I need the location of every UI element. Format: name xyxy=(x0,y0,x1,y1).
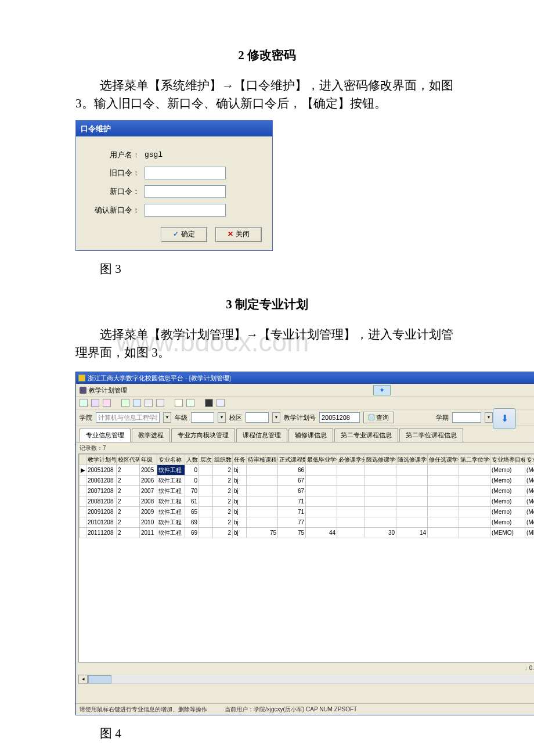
column-header[interactable]: 层次 xyxy=(199,454,213,465)
campus-label: 校区 xyxy=(229,413,242,423)
column-header[interactable]: 正式课程数 xyxy=(278,454,306,465)
table-cell: 2 xyxy=(117,527,140,538)
column-header[interactable]: 校区代码 xyxy=(117,454,140,465)
password-dialog: 口令维护 用户名： gsgl 旧口令： 新口令： 确认新口令： ✓确定 ✕关闭 xyxy=(75,120,273,251)
table-row[interactable]: 2006120822006软件工程02bj67(Memo)(Memo)(Memo… xyxy=(80,475,535,485)
table-cell xyxy=(459,506,490,517)
table-row[interactable]: 2010120822010软件工程692bj77(Memo)(Memo)(Mem… xyxy=(80,517,535,527)
section3-para: 选择菜单【教学计划管理】→【专业计划管理】，进入专业计划管理界面，如图 3。 xyxy=(75,326,459,362)
column-header[interactable]: 随选修课学分 xyxy=(396,454,428,465)
table-cell: 30 xyxy=(365,527,396,538)
menu-icon xyxy=(80,387,86,394)
table-cell xyxy=(365,506,396,517)
table-cell: 69 xyxy=(185,517,199,527)
table-row[interactable]: ▶2005120822005软件工程02bj66(Memo)(Memo)(Mem… xyxy=(80,465,535,475)
column-header[interactable]: 第二学位学分 xyxy=(459,454,490,465)
table-cell: 67 xyxy=(278,485,306,496)
toolbar-icon[interactable] xyxy=(133,399,141,407)
table-cell: (MEMO) xyxy=(525,527,535,538)
toolbar-icon[interactable] xyxy=(186,399,194,407)
term-label: 学期 xyxy=(436,413,449,423)
hscrollbar[interactable]: ◂ ▸ xyxy=(78,675,534,684)
column-header[interactable]: 组织数 xyxy=(213,454,233,465)
newpwd-input[interactable] xyxy=(145,185,226,198)
column-header[interactable]: 修任选课学分 xyxy=(428,454,459,465)
column-header[interactable]: 专业培养目标 xyxy=(490,454,525,465)
toolbar-icon[interactable] xyxy=(145,399,153,407)
tab-item[interactable]: 课程信息管理 xyxy=(236,428,287,442)
scroll-track[interactable] xyxy=(88,675,534,684)
table-row[interactable]: 2009120822009软件工程652bj71(Memo)(Memo)(Mem… xyxy=(80,506,535,517)
confirm-input[interactable] xyxy=(145,204,226,217)
table-cell: (Memo) xyxy=(525,485,535,496)
tab-item[interactable]: 第二专业课程信息 xyxy=(334,428,398,442)
column-header[interactable]: 人数 xyxy=(185,454,199,465)
table-cell: 20081208 xyxy=(86,496,117,506)
table-cell: 2008 xyxy=(140,496,157,506)
column-header[interactable]: 专业名称 xyxy=(157,454,185,465)
ok-button[interactable]: ✓确定 xyxy=(161,227,207,242)
column-header[interactable]: 限选修课学分 xyxy=(365,454,396,465)
table-cell: (Memo) xyxy=(525,496,535,506)
table-cell: 71 xyxy=(278,496,306,506)
toolbar-icon[interactable] xyxy=(217,399,225,407)
table-cell xyxy=(80,475,86,485)
toolbar-icon[interactable] xyxy=(121,399,129,407)
tab-item[interactable]: 第二学位课程信息 xyxy=(399,428,463,442)
column-header[interactable] xyxy=(80,454,86,465)
column-header[interactable]: 任务 xyxy=(233,454,247,465)
table-cell: 2 xyxy=(117,485,140,496)
table-cell xyxy=(199,517,213,527)
window-titlebar: 浙江工商大学数字化校园信息平台 - [教学计划管理] _ ☐ ✕ xyxy=(76,372,534,384)
term-input[interactable] xyxy=(452,412,481,423)
toolbar-icon[interactable] xyxy=(80,399,88,407)
column-header[interactable]: 必修课学分 xyxy=(337,454,365,465)
table-cell xyxy=(428,485,459,496)
close-button[interactable]: ✕关闭 xyxy=(215,227,262,242)
column-header[interactable]: 专业培养要求 xyxy=(525,454,535,465)
table-row[interactable]: 2007120822007软件工程702bj67(Memo)(Memo)(Mem… xyxy=(80,485,535,496)
column-header[interactable]: 教学计划号 xyxy=(86,454,117,465)
tab-item[interactable]: 专业信息管理 xyxy=(80,428,131,442)
planid-input[interactable] xyxy=(319,412,360,423)
grade-input[interactable] xyxy=(191,412,214,423)
toolbar-icon[interactable] xyxy=(205,399,213,407)
grade-label: 年级 xyxy=(175,413,187,423)
tab-item[interactable]: 教学进程 xyxy=(132,428,170,442)
oldpwd-input[interactable] xyxy=(145,167,226,179)
toolbar-icon[interactable] xyxy=(91,399,99,407)
tab-item[interactable]: 辅修课信息 xyxy=(288,428,333,442)
chevron-down-icon[interactable]: ▾ xyxy=(272,412,280,423)
table-cell xyxy=(337,506,365,517)
filterbar: 学院 ▾ 年级 ▾ 校区 ▾ 教学计划号 查询 学期 ▾ ⬇ xyxy=(76,409,534,426)
query-button[interactable]: 查询 xyxy=(363,412,394,423)
column-header[interactable]: 待审核课程数 xyxy=(247,454,278,465)
table-cell: 2 xyxy=(213,475,233,485)
table-cell: 20111208 xyxy=(86,527,117,538)
menu-item[interactable]: 教学计划管理 xyxy=(89,386,127,395)
column-header[interactable]: 最低毕业学分 xyxy=(306,454,337,465)
scroll-left-button[interactable]: ◂ xyxy=(78,675,88,684)
college-label: 学院 xyxy=(80,413,92,423)
chevron-down-icon[interactable]: ▾ xyxy=(163,412,171,423)
table-cell xyxy=(396,475,428,485)
window-title: 浙江工商大学数字化校园信息平台 - [教学计划管理] xyxy=(88,373,231,383)
toolbar-icon[interactable] xyxy=(103,399,111,407)
toolbar-icon[interactable] xyxy=(175,399,183,407)
download-button[interactable]: ⬇ xyxy=(493,408,516,429)
column-header[interactable]: 年级 xyxy=(140,454,157,465)
campus-input[interactable] xyxy=(246,412,269,423)
scroll-thumb[interactable] xyxy=(88,675,111,683)
college-input[interactable] xyxy=(96,412,160,423)
table-row[interactable]: 2008120822008软件工程612bj71(Memo)(Memo)(Mem… xyxy=(80,496,535,506)
tab-item[interactable]: 专业方向模块管理 xyxy=(171,428,235,442)
chevron-down-icon[interactable]: ▾ xyxy=(218,412,226,423)
table-cell xyxy=(365,496,396,506)
table-cell xyxy=(306,506,337,517)
chevron-down-icon[interactable]: ▾ xyxy=(485,412,493,423)
table-row[interactable]: 2011120822011软件工程692bj7575443014(MEMO)(M… xyxy=(80,527,535,538)
table-cell: 2 xyxy=(213,517,233,527)
toolbar xyxy=(76,397,534,409)
table-cell: (Memo) xyxy=(490,465,525,475)
toolbar-icon[interactable] xyxy=(156,399,164,407)
